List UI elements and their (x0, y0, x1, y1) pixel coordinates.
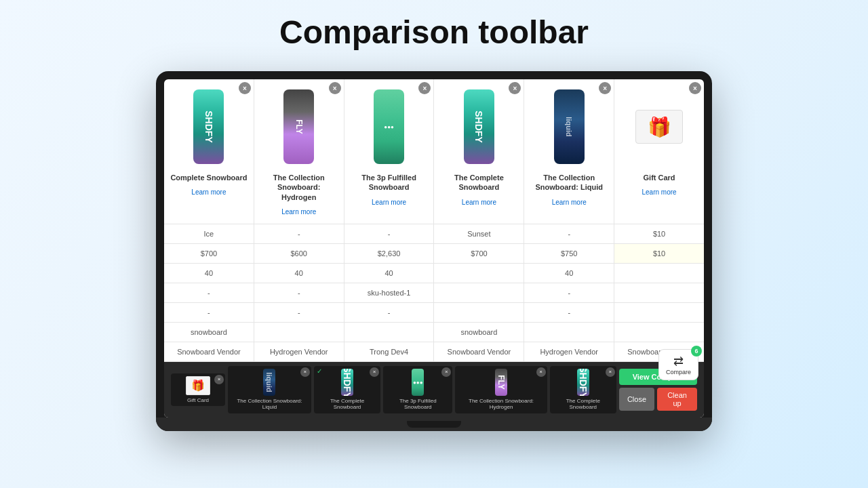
vendor-row: Snowboard Vendor Hydrogen Vendor Trong D… (164, 342, 704, 362)
product-col-4: × The Complete Snowboard Learn more (434, 79, 524, 224)
learn-more-4[interactable]: Learn more (462, 199, 496, 206)
checkmark-3: ✓ (317, 367, 322, 375)
type-row: snowboard snowboard (164, 323, 704, 342)
product-name-4: The Complete Snowboard (439, 173, 518, 192)
laptop-notch (407, 421, 461, 428)
stock-1: 40 (164, 264, 254, 283)
compare-float-wrap: 6 ⇄ Compare (658, 349, 698, 380)
variant-row: Ice - - Sunset - $10 (164, 224, 704, 244)
toolbar-remove-5[interactable]: × (536, 367, 546, 377)
vendor-1: Snowboard Vendor (164, 342, 254, 361)
stock-4 (434, 264, 524, 283)
toolbar-label-5: The Collection Snowboard: Hydrogen (459, 398, 542, 411)
compare-float-button[interactable]: 6 ⇄ Compare (658, 349, 698, 380)
toolbar-item-2: × The Collection Snowboard: Liquid (228, 366, 311, 413)
sku-row: - - sku-hosted-1 - (164, 283, 704, 303)
toolbar-thumb-5 (495, 369, 507, 396)
toolbar-remove-1[interactable]: × (214, 375, 224, 384)
sku-3: sku-hosted-1 (344, 283, 435, 302)
toolbar-label-3: The Complete Snowboard (318, 398, 376, 411)
laptop-base (156, 418, 712, 431)
cleanup-button[interactable]: Clean up (657, 388, 697, 411)
product-name-2: The Collection Snowboard: Hydrogen (260, 173, 338, 202)
remove-product-6[interactable]: × (689, 82, 701, 94)
comparison-toolbar: × 🎁 Gift Card × The Collection Snowboard… (164, 362, 704, 418)
product-image-1 (193, 89, 224, 164)
type-4: snowboard (434, 323, 524, 342)
sku-1: - (164, 283, 254, 302)
product-image-area-4 (439, 86, 518, 167)
barcode-1: - (164, 303, 254, 322)
stock-6 (614, 264, 704, 283)
toolbar-remove-2[interactable]: × (300, 367, 310, 377)
close-button[interactable]: Close (619, 388, 654, 411)
barcode-6 (614, 303, 704, 322)
type-3 (344, 323, 435, 342)
product-name-5: The Collection Snowboard: Liquid (530, 173, 608, 192)
product-col-1: × Complete Snowboard Learn more (164, 79, 254, 224)
comparison-table: × Complete Snowboard Learn more × The Co… (164, 79, 704, 362)
variant-1: Ice (164, 224, 254, 243)
vendor-4: Snowboard Vendor (434, 342, 524, 361)
page-title: Comparison toolbar (279, 14, 589, 51)
price-row: $700 $600 $2,630 $700 $750 $10 (164, 244, 704, 264)
variant-2: - (254, 224, 344, 243)
remove-product-3[interactable]: × (418, 82, 431, 94)
remove-product-1[interactable]: × (239, 82, 251, 94)
vendor-5: Hydrogen Vendor (524, 342, 614, 361)
product-image-5 (554, 89, 585, 164)
product-col-6: × 🎁 Gift Card Learn more (614, 79, 704, 224)
toolbar-label-6: The Complete Snowboard (554, 398, 612, 411)
laptop-frame: × Complete Snowboard Learn more × The Co… (156, 71, 712, 431)
toolbar-item-6: × The Complete Snowboard (550, 366, 616, 413)
laptop-screen: × Complete Snowboard Learn more × The Co… (164, 79, 704, 418)
remove-product-4[interactable]: × (509, 82, 521, 94)
toolbar-gift-icon: 🎁 (186, 376, 210, 395)
vendor-3: Trong Dev4 (344, 342, 435, 361)
variant-6: $10 (614, 224, 704, 243)
toolbar-item-5: × The Collection Snowboard: Hydrogen (455, 366, 547, 413)
toolbar-label-2: The Collection Snowboard: Liquid (232, 398, 307, 411)
type-5 (524, 323, 614, 342)
toolbar-remove-4[interactable]: × (441, 367, 451, 377)
product-col-2: × The Collection Snowboard: Hydrogen Lea… (254, 79, 344, 224)
barcode-row: - - - - (164, 303, 704, 323)
toolbar-label-4: The 3p Fulfilled Snowboard (387, 398, 448, 411)
learn-more-3[interactable]: Learn more (372, 199, 406, 206)
learn-more-1[interactable]: Learn more (191, 188, 226, 196)
toolbar-item-1: × 🎁 Gift Card (171, 373, 225, 407)
compare-label: Compare (666, 369, 691, 375)
remove-product-5[interactable]: × (599, 82, 611, 94)
product-image-4 (464, 89, 494, 164)
type-1: snowboard (164, 323, 254, 342)
stock-row: 40 40 40 40 (164, 264, 704, 283)
barcode-5: - (524, 303, 614, 322)
learn-more-6[interactable]: Learn more (642, 188, 676, 196)
product-image-6: 🎁 (635, 110, 683, 144)
remove-product-2[interactable]: × (329, 82, 341, 94)
barcode-3: - (344, 303, 435, 322)
product-image-area-5 (530, 86, 608, 167)
product-image-area-2 (260, 86, 338, 167)
price-2: $600 (254, 244, 344, 263)
variant-5: - (524, 224, 614, 243)
type-2 (254, 323, 344, 342)
sku-5: - (524, 283, 614, 302)
toolbar-thumb-2 (263, 369, 275, 396)
toolbar-item-3: × ✓ The Complete Snowboard (314, 366, 380, 413)
product-image-area-6: 🎁 (620, 86, 698, 167)
toolbar-remove-3[interactable]: × (370, 367, 379, 377)
price-6: $10 (614, 244, 704, 263)
compare-badge-count: 6 (691, 346, 702, 357)
barcode-4 (434, 303, 524, 322)
toolbar-remove-6[interactable]: × (606, 367, 615, 377)
compare-icon: ⇄ (666, 354, 691, 369)
learn-more-2[interactable]: Learn more (281, 208, 316, 216)
sku-4 (434, 283, 524, 302)
learn-more-5[interactable]: Learn more (552, 199, 587, 206)
vendor-2: Hydrogen Vendor (254, 342, 344, 361)
price-1: $700 (164, 244, 254, 263)
products-header-row: × Complete Snowboard Learn more × The Co… (164, 79, 704, 224)
product-image-area-1 (170, 86, 248, 167)
product-image-2 (283, 89, 314, 164)
